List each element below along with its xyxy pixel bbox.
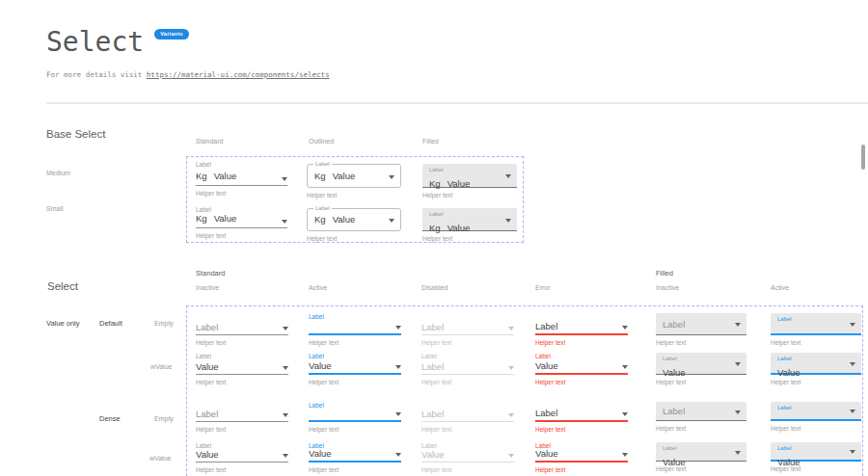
select-filled-active[interactable]: Label Helper text: [771, 402, 861, 432]
dropdown-arrow-icon: [850, 450, 855, 454]
select-input[interactable]: Label: [196, 410, 288, 422]
base-select-filled-medium[interactable]: LabelKgValueHelper text: [422, 164, 517, 198]
outlined-input[interactable]: LabelKgValue: [307, 164, 401, 188]
floating-label: [196, 313, 288, 322]
filled-input[interactable]: LabelKgValue: [422, 164, 517, 188]
select-input[interactable]: Label: [535, 410, 628, 422]
select-standard-inactive[interactable]: LabelValueHelper text: [196, 442, 288, 473]
select-standard-inactive[interactable]: LabelValueHelper text: [196, 353, 288, 385]
adornment-text: Kg: [196, 213, 207, 224]
select-value: [777, 328, 780, 338]
column-header-outlined: Outlined: [309, 138, 334, 145]
select-standard-active[interactable]: Label Helper text: [309, 313, 401, 346]
dropdown-arrow-icon: [283, 413, 288, 417]
base-select-filled-small[interactable]: LabelKgValueHelper text: [422, 208, 517, 242]
select-input[interactable]: KgValue: [196, 215, 287, 228]
helper-text: Helper text: [307, 235, 401, 242]
column-header-disabled-2: Disabled: [421, 284, 448, 291]
filled-input[interactable]: Label: [656, 313, 746, 335]
docs-link[interactable]: https://material-ui.com/components/selec…: [147, 70, 330, 79]
dropdown-arrow-icon: [508, 327, 514, 331]
helper-text: Helper text: [535, 379, 628, 385]
select-standard-inactive[interactable]: LabelHelper text: [196, 402, 288, 433]
select-input[interactable]: Label: [535, 322, 628, 335]
floating-label: Label: [313, 161, 332, 168]
select-input[interactable]: [309, 410, 401, 422]
select-input[interactable]: Value: [309, 361, 401, 375]
select-standard-disabled[interactable]: LabelHelper text: [421, 402, 514, 433]
select-input[interactable]: Label: [421, 361, 514, 375]
select-input[interactable]: Label: [421, 410, 514, 422]
select-input[interactable]: Value: [196, 451, 288, 463]
select-standard-active[interactable]: LabelValueHelper text: [309, 353, 401, 385]
select-value: Value: [448, 178, 471, 189]
select-input[interactable]: Value: [196, 361, 288, 375]
select-value: Label: [421, 323, 444, 332]
column-header-active-1: Active: [309, 284, 327, 291]
select-standard-inactive[interactable]: LabelHelper text: [196, 313, 288, 346]
select-filled-inactive[interactable]: LabelValueHelper text: [656, 442, 746, 472]
filled-input[interactable]: LabelValue: [656, 442, 746, 462]
filled-input[interactable]: Label: [656, 402, 746, 421]
filled-input[interactable]: Label: [771, 313, 861, 335]
helper-text: Helper text: [196, 232, 287, 239]
select-value: Value: [535, 361, 558, 371]
floating-label: Label: [313, 205, 332, 212]
select-standard-disabled[interactable]: LabelHelper text: [421, 313, 514, 346]
select-standard-error[interactable]: LabelHelper text: [535, 402, 628, 433]
adornment-text: Kg: [314, 172, 326, 181]
filled-input[interactable]: LabelValue: [771, 442, 861, 462]
select-input[interactable]: Label: [421, 322, 514, 335]
dropdown-arrow-icon: [850, 362, 855, 366]
helper-text: Helper text: [771, 379, 861, 385]
dropdown-arrow-icon: [505, 174, 511, 178]
select-standard-error[interactable]: LabelValueHelper text: [535, 353, 628, 385]
base-select-standard-medium[interactable]: LabelKgValueHelper text: [196, 161, 287, 197]
select-standard-disabled[interactable]: LabelValueHelper text: [421, 442, 514, 473]
select-input[interactable]: Value: [421, 451, 514, 463]
select-input[interactable]: Value: [535, 361, 628, 375]
select-standard-error[interactable]: LabelHelper text: [535, 313, 628, 346]
select-value: Value: [448, 223, 471, 233]
base-select-outlined-small[interactable]: LabelKgValueHelper text: [307, 208, 401, 242]
select-input[interactable]: Value: [309, 451, 401, 463]
select-standard-active[interactable]: Label Helper text: [309, 402, 401, 433]
filled-input[interactable]: LabelKgValue: [422, 208, 517, 231]
select-input[interactable]: Value: [535, 451, 628, 463]
filled-input[interactable]: LabelValue: [656, 353, 746, 375]
select-input[interactable]: KgValue: [196, 170, 287, 186]
floating-label: [421, 313, 514, 322]
select-filled-active[interactable]: LabelValueHelper text: [771, 442, 861, 472]
select-standard-disabled[interactable]: LabelLabelHelper text: [421, 353, 514, 385]
select-standard-error[interactable]: LabelValueHelper text: [535, 442, 628, 473]
select-input[interactable]: Label: [196, 322, 288, 335]
filled-input[interactable]: LabelValue: [771, 353, 861, 375]
dropdown-arrow-icon: [735, 323, 741, 327]
select-value: Label: [196, 410, 218, 419]
select-heading: Select: [47, 280, 78, 292]
column-header-error-3: Error: [535, 284, 551, 291]
outlined-input[interactable]: LabelKgValue: [307, 208, 401, 231]
filled-input[interactable]: Label: [771, 402, 861, 421]
select-value: Value: [309, 449, 332, 459]
helper-text: Helper text: [309, 339, 401, 346]
select-filled-inactive[interactable]: LabelHelper text: [656, 313, 746, 346]
row-label-wvalue-3: wValue: [149, 455, 171, 462]
floating-label: Label: [777, 444, 854, 452]
base-select-standard-small[interactable]: LabelKgValueHelper text: [196, 206, 287, 239]
column-header-filled: Filled: [422, 138, 439, 145]
select-value: [309, 409, 312, 418]
scrollbar-thumb[interactable]: [861, 145, 865, 170]
select-filled-inactive[interactable]: LabelValueHelper text: [656, 353, 746, 385]
select-filled-active[interactable]: LabelValueHelper text: [771, 353, 861, 385]
select-filled-active[interactable]: Label Helper text: [771, 313, 861, 346]
select-input[interactable]: [309, 322, 401, 335]
dropdown-arrow-icon: [622, 326, 628, 330]
select-standard-active[interactable]: LabelValueHelper text: [309, 442, 401, 473]
dropdown-arrow-icon: [505, 219, 511, 223]
floating-label: Label: [663, 355, 740, 362]
dropdown-arrow-icon: [622, 453, 628, 457]
base-select-outlined-medium[interactable]: LabelKgValueHelper text: [307, 164, 401, 198]
select-filled-inactive[interactable]: LabelHelper text: [656, 402, 746, 432]
dropdown-arrow-icon: [395, 453, 401, 457]
